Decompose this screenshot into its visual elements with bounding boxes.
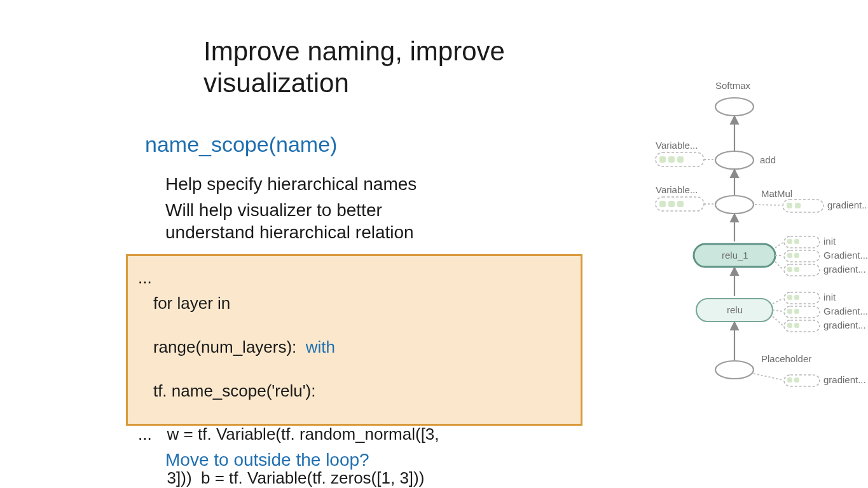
graph-label-variable: Variable... <box>656 140 698 151</box>
bullet-item: Will help visualizer to better understan… <box>165 199 445 243</box>
svg-rect-26 <box>787 309 792 314</box>
graph-node-placeholder <box>715 361 754 379</box>
svg-rect-6 <box>659 201 666 207</box>
bottom-note: Move to outside the loop? <box>165 450 369 470</box>
svg-line-31 <box>773 310 783 311</box>
graph-label-gradient: gradient... <box>827 200 868 210</box>
svg-rect-7 <box>668 201 675 207</box>
svg-rect-14 <box>787 239 792 244</box>
svg-rect-18 <box>787 267 792 272</box>
svg-rect-25 <box>794 295 799 300</box>
code-keyword-with: with <box>306 337 335 356</box>
svg-line-36 <box>754 374 783 380</box>
svg-rect-24 <box>787 295 792 300</box>
svg-rect-29 <box>794 323 799 328</box>
svg-rect-3 <box>677 156 684 163</box>
graph-node-softmax <box>715 98 754 116</box>
graph-label-softmax: Softmax <box>715 80 751 91</box>
graph-label-matmul: MatMul <box>761 188 792 199</box>
graph-label-gradient: gradient... <box>823 264 866 274</box>
svg-rect-16 <box>787 253 792 258</box>
slide-title: Improve naming, improve visualization <box>203 36 610 98</box>
slide-subtitle: name_scope(name) <box>145 132 337 157</box>
svg-line-22 <box>775 262 783 269</box>
svg-rect-11 <box>795 203 801 208</box>
code-line: tf. name_scope('relu'): <box>153 381 316 400</box>
graph-label-relu: relu <box>727 304 743 315</box>
svg-rect-1 <box>659 156 666 163</box>
svg-rect-10 <box>787 203 792 208</box>
graph-label-init: init <box>823 292 836 302</box>
code-line: range(num_layers): <box>153 337 296 356</box>
graph-label-placeholder: Placeholder <box>761 353 811 364</box>
svg-rect-2 <box>668 156 675 163</box>
graph-node-matmul <box>715 196 754 214</box>
code-line: w = tf. Variable(tf. random_normal([3, <box>153 424 439 444</box>
svg-line-12 <box>755 205 782 205</box>
graph-label-add: add <box>760 154 776 165</box>
graph-label-gradient: gradient... <box>823 320 866 330</box>
svg-rect-8 <box>677 201 684 207</box>
graph-label-variable: Variable... <box>656 184 698 195</box>
svg-line-32 <box>773 316 783 325</box>
svg-line-20 <box>775 243 783 248</box>
tensorboard-graph: Softmax add Variable... MatMul Variable.… <box>633 70 868 426</box>
ellipsis-bottom: ... <box>138 424 152 444</box>
bullet-list: Help specify hierarchical names Will hel… <box>165 173 445 247</box>
slide: Improve naming, improve visualization na… <box>0 0 868 488</box>
graph-label-init: init <box>823 236 836 247</box>
svg-rect-15 <box>794 239 799 244</box>
graph-label-gradient: gradient... <box>823 374 866 385</box>
code-line: 3])) b = tf. Variable(tf. zeros([1, 3])) <box>153 468 425 487</box>
code-line: for layer in <box>153 294 230 313</box>
graph-label-Gradient: Gradient... <box>823 306 868 316</box>
svg-line-30 <box>773 299 783 304</box>
svg-rect-28 <box>787 323 792 328</box>
graph-label-relu1: relu_1 <box>722 250 748 261</box>
svg-rect-27 <box>794 309 799 314</box>
graph-label-Gradient: Gradient... <box>823 250 868 261</box>
svg-rect-19 <box>794 267 799 272</box>
svg-rect-17 <box>794 253 799 258</box>
svg-rect-35 <box>794 377 799 383</box>
bullet-item: Help specify hierarchical names <box>165 173 445 195</box>
graph-node-add <box>715 151 754 169</box>
svg-rect-34 <box>787 377 792 383</box>
